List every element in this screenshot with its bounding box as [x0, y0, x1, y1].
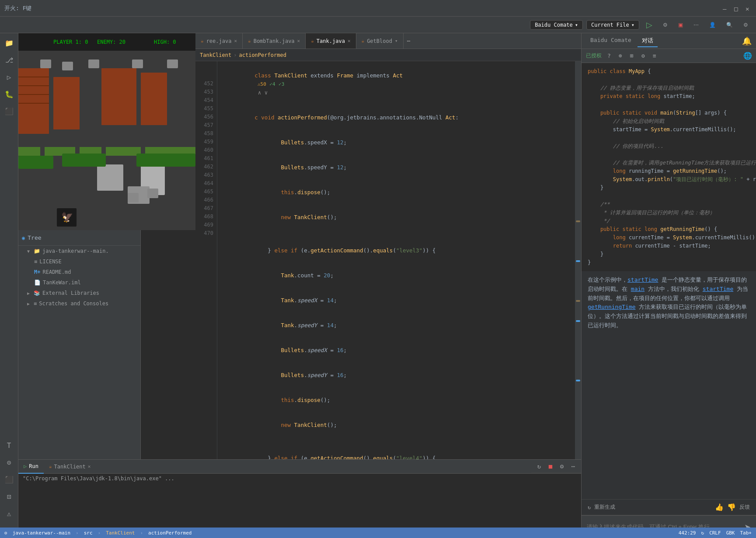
- tab-label-bombtank: BombTank.java: [254, 38, 295, 44]
- plugins-button[interactable]: ⚙: [740, 19, 752, 31]
- tab-close-2[interactable]: ✕: [297, 38, 300, 44]
- code-line-455: new TankClient();: [222, 205, 571, 230]
- ai-highlight-getrunning: getRunningTime: [588, 304, 636, 310]
- thumbs-up-button[interactable]: 👍: [715, 503, 724, 511]
- warn-icon[interactable]: ⚠: [2, 506, 17, 521]
- ln-458: 458: [195, 129, 213, 138]
- ai-tab-chat[interactable]: 对话: [638, 35, 658, 47]
- svg-rect-30: [167, 59, 178, 68]
- tab-close-1[interactable]: ✕: [234, 38, 237, 44]
- status-method: actionPerformed: [148, 530, 192, 536]
- breadcrumb-method: actionPerformed: [239, 52, 286, 58]
- svg-rect-32: [147, 189, 158, 198]
- game-canvas: 🦅 PLAYER 1: 0 ENEMY: 20 HIGH: 0: [18, 33, 195, 230]
- regenerate-button[interactable]: 重新生成: [594, 503, 615, 511]
- terminal-line: "C:\Program Files\Java\jdk-1.8\bin\java.…: [23, 475, 577, 482]
- breadcrumb-class: TankClient: [200, 52, 231, 58]
- tab-more-btn[interactable]: ⋯: [404, 38, 414, 44]
- scrollbar-gutter[interactable]: [575, 61, 581, 459]
- bottom-tab-close[interactable]: ✕: [88, 464, 91, 469]
- tool4-icon[interactable]: ⊡: [2, 489, 17, 504]
- maximize-button[interactable]: □: [734, 5, 740, 11]
- status-sep1: ›: [76, 530, 79, 536]
- bottom-tab-run[interactable]: ▷ Run: [18, 460, 44, 474]
- ln-456: 456: [195, 113, 213, 121]
- more-icon: ▾: [395, 38, 398, 44]
- tab-bombtank[interactable]: ☕ BombTank.java ✕: [243, 33, 306, 49]
- ln-455: 455: [195, 105, 213, 113]
- svg-text:ENEMY: 20: ENEMY: 20: [97, 39, 125, 45]
- bottom-tab-tankclient[interactable]: ☕ TankClient ✕: [44, 460, 96, 474]
- tab-getblood[interactable]: ☕ GetBlood ▾: [356, 33, 404, 49]
- debug-icon[interactable]: 🐛: [2, 87, 17, 101]
- user-button[interactable]: 👤: [706, 19, 719, 31]
- ai-settings-icon[interactable]: ⚙: [639, 52, 647, 60]
- more-btn[interactable]: ⋯: [569, 462, 578, 471]
- tree-item-iml[interactable]: 📄 TanKeWar.iml: [18, 277, 140, 288]
- toolbar-right: Baidu Comate ▾ Current File ▾ ▷ ⚙ ▣ ⋯ 👤 …: [530, 19, 752, 31]
- minimize-button[interactable]: —: [723, 5, 729, 11]
- tool2-icon[interactable]: ⊙: [2, 455, 17, 470]
- code-content[interactable]: class TankClient extends Frame implement…: [217, 61, 575, 459]
- arrow3-icon: ▶: [27, 301, 31, 306]
- ai-help-icon[interactable]: ?: [605, 52, 613, 60]
- tab-ree[interactable]: ☕ ree.java ✕: [195, 33, 243, 49]
- tab-label-ree: ree.java: [206, 38, 232, 44]
- ai-code-5: [588, 101, 750, 109]
- java-icon-4: ☕: [362, 38, 365, 44]
- current-file-btn[interactable]: Current File ▾: [586, 20, 639, 30]
- ai-add-icon[interactable]: ⊕: [617, 52, 624, 60]
- git-icon[interactable]: ⎇: [2, 52, 17, 67]
- tree-item-license[interactable]: ≡ LICENSE: [18, 256, 140, 267]
- record-button[interactable]: ▣: [675, 19, 686, 31]
- folder-icon[interactable]: 📁: [2, 35, 17, 50]
- run-icon[interactable]: ▷: [2, 70, 17, 84]
- main-layout: 📁 ⎇ ▷ 🐛 ⬛ T ⊙ ⬛ ⊡ ⚠ ⚙: [0, 33, 756, 538]
- more-button[interactable]: ⋯: [690, 19, 702, 31]
- thumbs-down-button[interactable]: 👎: [727, 503, 736, 511]
- tree-item-readme[interactable]: M+ README.md: [18, 267, 140, 277]
- svg-rect-26: [40, 59, 51, 68]
- tree-item-root[interactable]: ▼ 📁 java-tankerwar--main.: [18, 246, 140, 256]
- ai-tab-name[interactable]: Baidu Comate: [586, 35, 636, 47]
- current-file-chevron: ▾: [631, 22, 634, 28]
- line-numbers: 452 453 454 455 456 457 458 459 460 461 …: [195, 61, 217, 459]
- stop-btn[interactable]: ■: [546, 462, 555, 471]
- tab-close-3[interactable]: ✕: [348, 38, 351, 44]
- ai-code-18: * 计算并返回项目已运行的时间（单位：毫秒）: [588, 209, 750, 217]
- svg-rect-7: [53, 77, 80, 129]
- tool1-icon[interactable]: T: [2, 438, 17, 453]
- code-line-465: [222, 437, 571, 446]
- ln-457: 457: [195, 121, 213, 129]
- code-line-458: Tank.count = 20;: [222, 263, 571, 288]
- scroll-marker-5: [576, 380, 580, 381]
- breadcrumb-sep1: ›: [233, 52, 237, 58]
- settings-btn[interactable]: ⚙: [557, 462, 566, 471]
- tree-item-scratches[interactable]: ▶ ≡ Scratches and Consoles: [18, 298, 140, 309]
- status-sep3: ›: [140, 530, 143, 536]
- library-icon: 📚: [34, 290, 40, 296]
- feedback-button[interactable]: 反馈: [739, 503, 750, 511]
- ai-code-2: [588, 76, 750, 84]
- current-file-dropdown-icon: ▾: [575, 22, 578, 28]
- ln-469: 469: [195, 221, 213, 229]
- ai-menu-icon[interactable]: ≡: [651, 52, 658, 60]
- close-button[interactable]: ✕: [746, 5, 752, 11]
- code-line-453: Bullets.speedY = 12;: [222, 155, 571, 180]
- run-button[interactable]: ▷: [643, 19, 656, 31]
- status-indent: Tab+: [740, 530, 752, 536]
- tree-item-ext-libs[interactable]: ▶ 📚 External Libraries: [18, 288, 140, 298]
- terminal-icon[interactable]: ⬛: [2, 104, 17, 119]
- current-file-selector[interactable]: Baidu Comate ▾: [530, 20, 583, 30]
- search-button[interactable]: 🔍: [723, 19, 736, 31]
- settings-button[interactable]: ⚙: [659, 19, 671, 31]
- regenerate-icon: ↻: [588, 504, 591, 510]
- ai-code-1: public class MyApp {: [588, 67, 750, 76]
- tree-header: ◉ Tree: [18, 230, 140, 246]
- tab-tank[interactable]: ☕ Tank.java ✕: [306, 33, 356, 49]
- restart-btn[interactable]: ↻: [535, 462, 543, 471]
- ai-grid-icon[interactable]: ⊞: [628, 52, 636, 60]
- ai-notification-icon[interactable]: 🔔: [742, 36, 752, 45]
- status-sync-icon: ↻: [701, 530, 704, 536]
- tool3-icon[interactable]: ⬛: [2, 472, 17, 487]
